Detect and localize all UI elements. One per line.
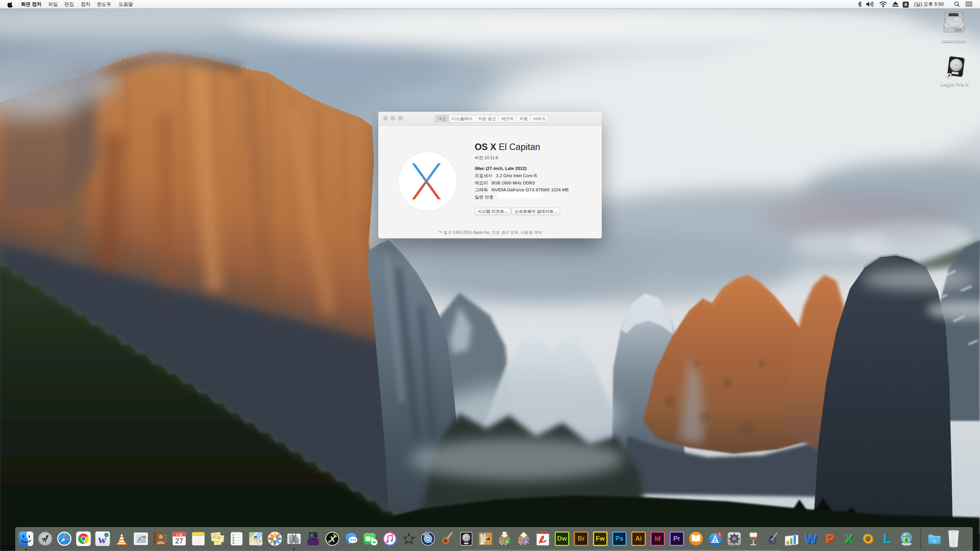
svg-text:12월: 12월 [176, 533, 183, 536]
svg-text:X: X [329, 535, 336, 543]
svg-text:1: 1 [719, 532, 721, 536]
svg-text:27: 27 [175, 537, 183, 545]
